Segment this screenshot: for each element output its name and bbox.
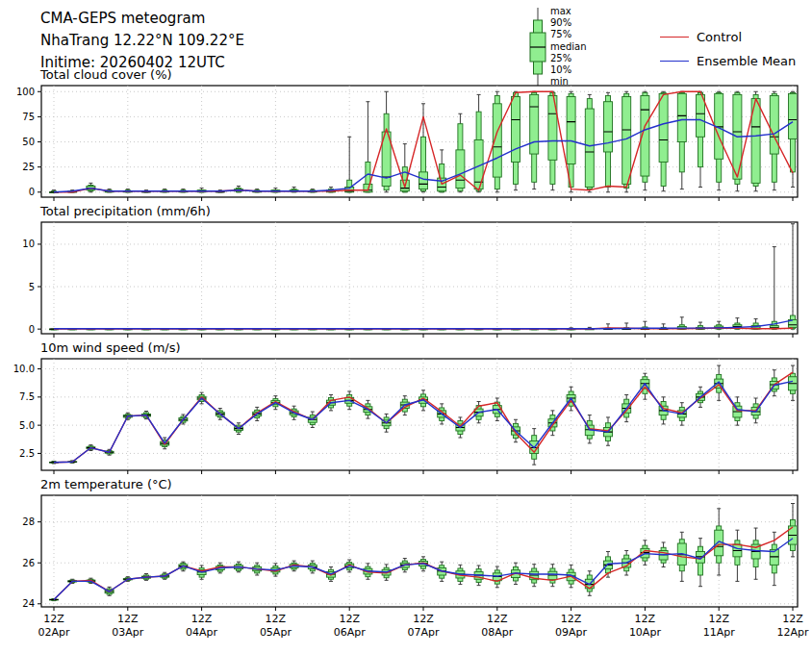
- ensemble-mean-line-swatch: [660, 61, 689, 62]
- svg-text:2.5: 2.5: [19, 448, 35, 459]
- svg-text:10: 10: [22, 239, 35, 249]
- legend-ensemble-mean-label: Ensemble Mean: [697, 54, 796, 68]
- x-tick-label: 12Z12Apr: [762, 613, 812, 639]
- chart-header: CMA-GEPS meteogram NhaTrang 12.22°N 109.…: [40, 8, 244, 74]
- svg-text:100: 100: [16, 87, 35, 97]
- x-axis-labels: 12Z02Apr12Z03Apr12Z04Apr12Z05Apr12Z06Apr…: [0, 613, 812, 645]
- legend-label-90: 90%: [550, 17, 587, 29]
- precipitation-plot: 0510: [0, 221, 812, 339]
- temperature-plot: 242628: [0, 494, 812, 612]
- x-tick-label: 12Z08Apr: [467, 613, 528, 639]
- x-tick-label: 12Z02Apr: [23, 613, 85, 639]
- legend-label-10: 10%: [550, 64, 587, 76]
- svg-text:26: 26: [22, 558, 35, 568]
- legend-control-label: Control: [697, 30, 742, 44]
- x-tick-label: 12Z03Apr: [97, 613, 159, 639]
- svg-text:50: 50: [22, 137, 35, 147]
- panel-title-wind-speed: 10m wind speed (m/s): [40, 340, 181, 355]
- svg-text:24: 24: [22, 598, 35, 609]
- panel-title-precipitation: Total precipitation (mm/6h): [40, 204, 211, 218]
- x-tick-label: 12Z10Apr: [614, 613, 675, 639]
- svg-text:5: 5: [29, 282, 35, 292]
- svg-text:10.0: 10.0: [13, 364, 35, 374]
- x-tick-label: 12Z06Apr: [318, 613, 380, 639]
- svg-text:25: 25: [22, 162, 35, 172]
- svg-text:28: 28: [22, 516, 35, 527]
- control-line-swatch: [660, 37, 689, 38]
- legend-label-75: 75%: [550, 29, 587, 40]
- x-tick-label: 12Z05Apr: [244, 613, 306, 639]
- x-tick-label: 12Z09Apr: [541, 613, 602, 639]
- wind-speed-plot: 2.55.07.510.0: [0, 358, 812, 475]
- legend-label-25: 25%: [550, 53, 587, 64]
- panel-title-temperature: 2m temperature (°C): [40, 477, 172, 491]
- boxplot-legend-icon: [523, 6, 552, 90]
- svg-text:5.0: 5.0: [19, 420, 35, 431]
- boxplot-legend-labels: max 90% 75% median 25% 10% min: [550, 6, 587, 88]
- station-info: NhaTrang 12.22°N 109.22°E: [40, 30, 244, 52]
- svg-text:7.5: 7.5: [19, 391, 35, 402]
- svg-text:0: 0: [29, 324, 35, 335]
- svg-text:0: 0: [29, 187, 35, 197]
- cloud-cover-plot: 0255075100: [0, 85, 812, 202]
- x-tick-label: 12Z04Apr: [171, 613, 233, 639]
- x-tick-label: 12Z11Apr: [688, 613, 749, 639]
- legend-label-median: median: [550, 41, 587, 53]
- x-tick-label: 12Z07Apr: [393, 613, 454, 639]
- meteogram-figure: CMA-GEPS meteogram NhaTrang 12.22°N 109.…: [0, 0, 812, 654]
- svg-text:75: 75: [22, 112, 35, 122]
- panel-title-cloud-cover: Total cloud cover (%): [40, 67, 172, 82]
- legend-label-max: max: [550, 6, 587, 17]
- chart-title: CMA-GEPS meteogram: [40, 8, 244, 30]
